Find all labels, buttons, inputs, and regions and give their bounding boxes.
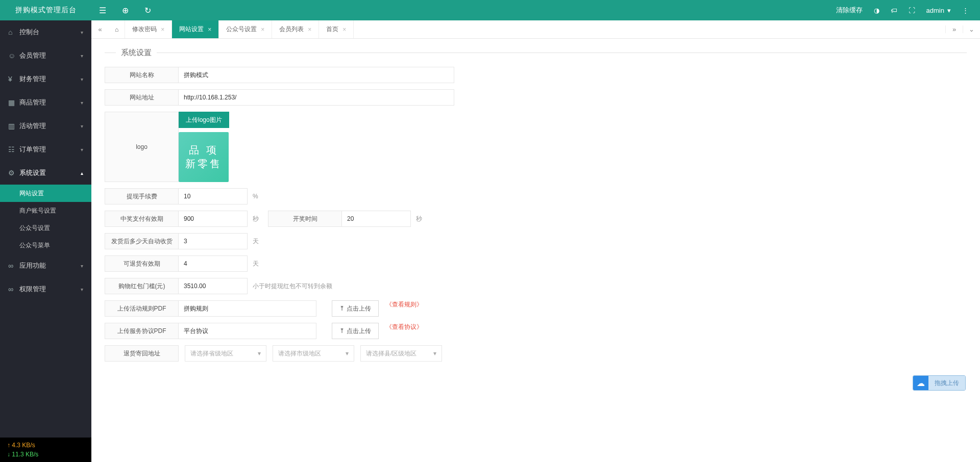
home-icon: ⌂ bbox=[8, 28, 19, 36]
input-rule-pdf[interactable] bbox=[179, 300, 316, 317]
grid-icon: ▦ bbox=[8, 98, 19, 107]
label-open-time: 开奖时间 bbox=[268, 211, 342, 227]
sidebar-item-system[interactable]: ⚙系统设置▴ bbox=[0, 161, 91, 185]
tag-icon[interactable]: 🏷 bbox=[891, 7, 897, 14]
suffix-day2: 天 bbox=[248, 255, 268, 272]
clear-cache-link[interactable]: 清除缓存 bbox=[836, 6, 863, 15]
input-withdraw-fee[interactable] bbox=[179, 188, 248, 204]
close-icon[interactable]: × bbox=[208, 26, 211, 33]
input-refund-valid[interactable] bbox=[179, 255, 248, 272]
top-header: 拼购模式管理后台 ☰ ⊕ ↻ 清除缓存 ◑ 🏷 ⛶ admin ▾ ⋮ bbox=[0, 0, 980, 20]
tabs-next-icon[interactable]: » bbox=[945, 25, 963, 33]
sidebar-sub-wechat-menu[interactable]: 公众号菜单 bbox=[0, 237, 91, 254]
upload-icon: ⤒ bbox=[339, 327, 345, 335]
tab-strip: « ⌂ 修改密码× 网站设置× 公众号设置× 会员列表× 首页× » ⌄ bbox=[91, 20, 980, 39]
upload-logo-button[interactable]: 上传logo图片 bbox=[179, 112, 229, 128]
chevron-down-icon: ▾ bbox=[81, 53, 83, 59]
sidebar-sub-merchant[interactable]: 商户账号设置 bbox=[0, 202, 91, 219]
main-content: 系统设置 网站名称 网站地址 logo 上传logo图片 品 项 新零售 提现手… bbox=[91, 39, 980, 462]
close-icon[interactable]: × bbox=[342, 26, 346, 33]
tab-change-password[interactable]: 修改密码× bbox=[125, 20, 172, 38]
select-province[interactable]: 请选择省级地区▾ bbox=[185, 345, 266, 362]
label-red-threshold: 购物红包门槛(元) bbox=[105, 278, 179, 294]
sidebar-sub-site-setting[interactable]: 网站设置 bbox=[0, 185, 91, 202]
tab-homepage[interactable]: 首页× bbox=[319, 20, 354, 38]
more-icon[interactable]: ⋮ bbox=[962, 7, 969, 14]
sidebar-item-member[interactable]: ☺会员管理▾ bbox=[0, 44, 91, 67]
chevron-down-icon: ▾ bbox=[81, 123, 83, 129]
chevron-down-icon: ▾ bbox=[81, 287, 83, 292]
suffix-percent: % bbox=[248, 188, 268, 204]
tab-site-setting[interactable]: 网站设置× bbox=[172, 20, 219, 38]
label-rule-pdf: 上传活动规则PDF bbox=[105, 300, 179, 317]
header-left-icons: ☰ ⊕ ↻ bbox=[91, 6, 159, 15]
cloud-upload-widget[interactable]: ☁ 拖拽上传 bbox=[913, 375, 966, 391]
chevron-down-icon: ▾ bbox=[81, 263, 83, 269]
view-rule-link[interactable]: 《查看规则》 bbox=[386, 300, 423, 317]
label-pay-valid: 中奖支付有效期 bbox=[105, 211, 179, 227]
upload-svc-button[interactable]: ⤒点击上传 bbox=[332, 323, 379, 339]
select-county[interactable]: 请选择县/区级地区▾ bbox=[360, 345, 442, 362]
close-icon[interactable]: × bbox=[308, 26, 311, 33]
gift-icon: ▥ bbox=[8, 122, 19, 130]
download-speed: ↓ 11.3 KB/s bbox=[7, 450, 84, 459]
tabs-prev-icon[interactable]: « bbox=[91, 25, 109, 33]
tabs-menu-icon[interactable]: ⌄ bbox=[963, 25, 980, 33]
suffix-sec: 秒 bbox=[248, 211, 268, 227]
admin-menu[interactable]: admin ▾ bbox=[926, 7, 951, 14]
sidebar-submenu-system: 网站设置 商户账号设置 公众号设置 公众号菜单 bbox=[0, 185, 91, 254]
sidebar: ⌂控制台▾ ☺会员管理▾ ¥财务管理▾ ▦商品管理▾ ▥活动管理▾ ☷订单管理▾… bbox=[0, 20, 91, 462]
upload-rule-button[interactable]: ⤒点击上传 bbox=[332, 300, 379, 317]
brand-title: 拼购模式管理后台 bbox=[0, 6, 91, 15]
label-return-addr: 退货寄回地址 bbox=[105, 345, 179, 362]
label-withdraw-fee: 提现手续费 bbox=[105, 188, 179, 204]
sidebar-item-product[interactable]: ▦商品管理▾ bbox=[0, 91, 91, 114]
link-icon: ∞ bbox=[8, 262, 19, 270]
input-site-url[interactable] bbox=[179, 89, 454, 106]
label-svc-pdf: 上传服务协议PDF bbox=[105, 323, 179, 339]
chevron-up-icon: ▴ bbox=[81, 170, 83, 176]
sidebar-item-console[interactable]: ⌂控制台▾ bbox=[0, 20, 91, 44]
chevron-down-icon: ▾ bbox=[346, 350, 349, 357]
input-red-threshold[interactable] bbox=[179, 278, 248, 294]
menu-toggle-icon[interactable]: ☰ bbox=[91, 6, 114, 15]
cloud-icon: ☁ bbox=[913, 376, 928, 390]
close-icon[interactable]: × bbox=[161, 26, 164, 33]
globe-icon[interactable]: ⊕ bbox=[114, 6, 136, 15]
select-city[interactable]: 请选择市级地区▾ bbox=[273, 345, 354, 362]
input-pay-valid[interactable] bbox=[179, 211, 248, 227]
tab-wechat-setting[interactable]: 公众号设置× bbox=[219, 20, 272, 38]
sidebar-item-app[interactable]: ∞应用功能▾ bbox=[0, 254, 91, 277]
refresh-icon[interactable]: ↻ bbox=[136, 6, 159, 15]
tab-home-icon[interactable]: ⌂ bbox=[109, 20, 125, 38]
sidebar-sub-wechat[interactable]: 公众号设置 bbox=[0, 219, 91, 237]
speed-icon[interactable]: ◑ bbox=[874, 7, 879, 14]
label-auto-receive: 发货后多少天自动收货 bbox=[105, 233, 179, 249]
logo-preview: 品 项 新零售 bbox=[179, 132, 229, 182]
close-icon[interactable]: × bbox=[261, 26, 264, 33]
input-site-name[interactable] bbox=[179, 67, 454, 83]
gear-icon: ⚙ bbox=[8, 169, 19, 177]
yen-icon: ¥ bbox=[8, 75, 19, 83]
chevron-down-icon: ▾ bbox=[81, 147, 83, 152]
input-auto-receive[interactable] bbox=[179, 233, 248, 249]
label-site-url: 网站地址 bbox=[105, 89, 179, 106]
section-title: 系统设置 bbox=[105, 48, 967, 58]
input-svc-pdf[interactable] bbox=[179, 323, 316, 339]
sidebar-item-finance[interactable]: ¥财务管理▾ bbox=[0, 67, 91, 91]
input-open-time[interactable] bbox=[342, 211, 411, 227]
user-icon: ☺ bbox=[8, 52, 19, 60]
tab-member-list[interactable]: 会员列表× bbox=[272, 20, 319, 38]
chevron-down-icon: ▾ bbox=[433, 350, 436, 357]
suffix-day: 天 bbox=[248, 233, 268, 249]
sidebar-item-permission[interactable]: ∞权限管理▾ bbox=[0, 277, 91, 301]
hint-red-threshold: 小于时提现红包不可转到余额 bbox=[248, 278, 332, 294]
suffix-sec2: 秒 bbox=[411, 211, 431, 227]
home-icon: ⌂ bbox=[115, 26, 118, 33]
sidebar-item-activity[interactable]: ▥活动管理▾ bbox=[0, 114, 91, 138]
fullscreen-icon[interactable]: ⛶ bbox=[909, 7, 915, 14]
list-icon: ☷ bbox=[8, 145, 19, 153]
sidebar-item-order[interactable]: ☷订单管理▾ bbox=[0, 138, 91, 161]
header-right: 清除缓存 ◑ 🏷 ⛶ admin ▾ ⋮ bbox=[836, 6, 980, 15]
view-svc-link[interactable]: 《查看协议》 bbox=[386, 323, 423, 339]
